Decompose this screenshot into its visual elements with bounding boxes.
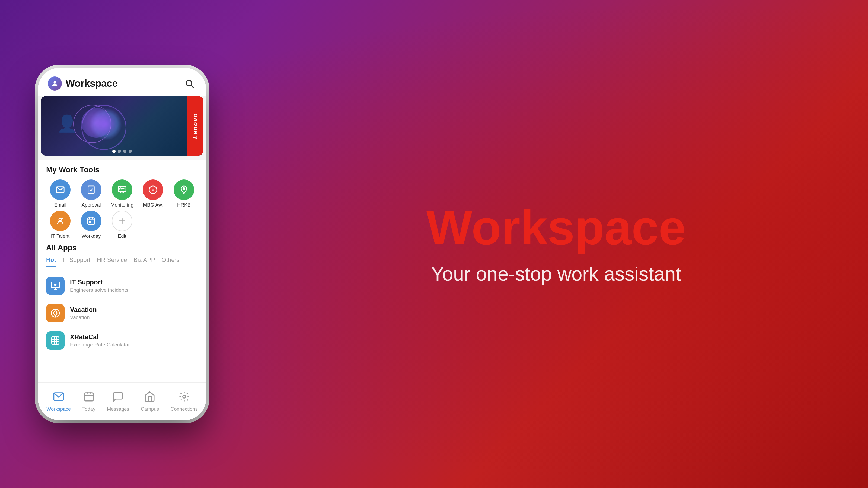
tools-grid: Email Approval xyxy=(46,180,198,239)
lenovo-badge: Lenovo xyxy=(187,96,204,156)
vacation-desc: Vacation xyxy=(70,315,97,321)
it-support-name: IT Support xyxy=(70,279,128,286)
tool-monitoring[interactable]: Monitoring xyxy=(108,180,136,208)
banner-dots xyxy=(112,150,132,153)
svg-rect-26 xyxy=(52,337,59,344)
xratecal-name: XRateCal xyxy=(70,333,130,341)
connections-nav-icon xyxy=(179,391,190,405)
vacation-name: Vacation xyxy=(70,306,97,314)
vacation-info: Vacation Vacation xyxy=(70,306,97,321)
hrkb-icon xyxy=(174,180,194,200)
monitoring-icon xyxy=(112,180,132,200)
svg-point-9 xyxy=(183,188,185,190)
talent-icon xyxy=(50,210,70,231)
nav-workspace-label: Workspace xyxy=(46,406,71,412)
search-button[interactable] xyxy=(182,76,196,91)
tab-biz-app[interactable]: Biz APP xyxy=(133,257,155,267)
banner-image: 👤 xyxy=(41,96,204,156)
tab-others[interactable]: Others xyxy=(162,257,180,267)
tool-email[interactable]: Email xyxy=(46,180,74,208)
xratecal-desc: Exchange Rate Calculator xyxy=(70,342,130,348)
edit-label: Edit xyxy=(118,233,126,239)
svg-line-2 xyxy=(191,86,193,88)
app-list: IT Support Engineers solve incidents xyxy=(46,273,198,354)
campus-nav-icon xyxy=(144,391,155,405)
mbg-icon: M xyxy=(143,180,163,200)
phone-screen: Workspace 👤 xyxy=(38,68,206,420)
list-item-it-support[interactable]: IT Support Engineers solve incidents xyxy=(46,273,198,299)
nav-workspace[interactable]: Workspace xyxy=(41,388,76,415)
apps-tabs: Hot IT Support HR Service Biz APP Others xyxy=(46,257,198,267)
svg-point-10 xyxy=(59,218,62,221)
monitoring-label: Monitoring xyxy=(111,202,133,208)
nav-connections-label: Connections xyxy=(170,406,198,412)
app-title: Workspace xyxy=(66,78,118,89)
list-item-xratecal[interactable]: XRateCal Exchange Rate Calculator xyxy=(46,327,198,354)
workspace-nav-icon xyxy=(53,391,64,405)
all-apps-section: All Apps Hot IT Support HR Service Biz A… xyxy=(46,243,198,354)
my-work-tools-section: My Work Tools Email xyxy=(46,165,198,239)
main-subtitle: Your one-stop work assistant xyxy=(431,263,681,285)
left-panel: Workspace 👤 xyxy=(0,0,244,488)
svg-rect-16 xyxy=(89,221,91,222)
svg-rect-4 xyxy=(88,186,94,194)
nav-campus-label: Campus xyxy=(141,406,159,412)
tab-hr-service[interactable]: HR Service xyxy=(97,257,127,267)
edit-icon xyxy=(112,210,132,231)
tab-hot[interactable]: Hot xyxy=(46,257,56,267)
mbg-label: MBG Aw. xyxy=(143,202,163,208)
nav-messages[interactable]: Messages xyxy=(101,388,134,415)
tab-it-support[interactable]: IT Support xyxy=(63,257,90,267)
xratecal-icon xyxy=(46,331,65,350)
right-panel: Workspace Your one-stop work assistant xyxy=(244,0,868,488)
tool-workday[interactable]: Workday xyxy=(77,210,105,239)
nav-today-label: Today xyxy=(83,406,95,412)
svg-point-22 xyxy=(55,284,56,286)
nav-connections[interactable]: Connections xyxy=(165,388,203,415)
nav-campus[interactable]: Campus xyxy=(135,388,164,415)
nav-today[interactable]: Today xyxy=(77,388,101,415)
approval-label: Approval xyxy=(82,202,101,208)
it-support-info: IT Support Engineers solve incidents xyxy=(70,279,128,293)
tool-approval[interactable]: Approval xyxy=(77,180,105,208)
avatar xyxy=(48,76,62,91)
vacation-icon xyxy=(46,304,65,322)
svg-text:M: M xyxy=(152,189,154,192)
bottom-navigation: Workspace Today xyxy=(38,382,206,420)
svg-line-11 xyxy=(62,218,63,219)
tool-talent[interactable]: IT Talent xyxy=(46,210,74,239)
svg-point-23 xyxy=(51,309,59,317)
tool-mbg[interactable]: M MBG Aw. xyxy=(139,180,167,208)
hrkb-label: HRKB xyxy=(177,202,191,208)
svg-rect-12 xyxy=(88,218,95,225)
dot-2 xyxy=(118,150,121,153)
main-headline: Workspace xyxy=(426,203,686,252)
xratecal-info: XRateCal Exchange Rate Calculator xyxy=(70,333,130,348)
workday-icon xyxy=(81,210,101,231)
lenovo-label: Lenovo xyxy=(192,113,199,139)
header-left: Workspace xyxy=(48,76,118,91)
tool-edit[interactable]: Edit xyxy=(108,210,136,239)
dot-3 xyxy=(123,150,126,153)
svg-point-36 xyxy=(183,395,186,398)
email-icon xyxy=(50,180,70,200)
approval-icon xyxy=(81,180,101,200)
email-label: Email xyxy=(54,202,66,208)
it-support-icon xyxy=(46,276,65,295)
list-item-vacation[interactable]: Vacation Vacation xyxy=(46,300,198,326)
dot-1 xyxy=(112,150,116,153)
work-tools-title: My Work Tools xyxy=(46,165,198,174)
svg-point-0 xyxy=(54,81,56,84)
tool-hrkb[interactable]: HRKB xyxy=(170,180,198,208)
phone-content: My Work Tools Email xyxy=(38,160,206,382)
all-apps-title: All Apps xyxy=(46,243,198,252)
it-support-desc: Engineers solve incidents xyxy=(70,287,128,293)
messages-nav-icon xyxy=(112,391,124,405)
talent-label: IT Talent xyxy=(51,233,69,239)
promo-banner[interactable]: 👤 Lenovo xyxy=(41,96,204,156)
dot-4 xyxy=(129,150,132,153)
today-nav-icon xyxy=(83,391,95,405)
nav-messages-label: Messages xyxy=(107,406,129,412)
phone-header: Workspace xyxy=(38,68,206,96)
workday-label: Workday xyxy=(82,233,101,239)
